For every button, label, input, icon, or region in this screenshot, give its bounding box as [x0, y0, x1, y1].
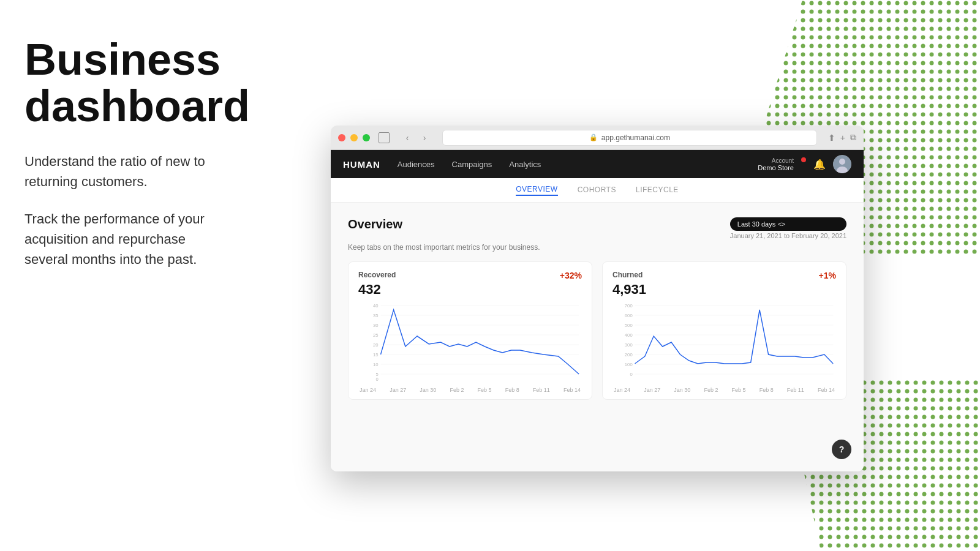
left-section: Businessdashboard Understand the ratio o…: [24, 37, 294, 287]
subtitle-2: Track the performance of youracquisition…: [24, 209, 294, 269]
svg-text:500: 500: [625, 323, 633, 328]
svg-text:20: 20: [373, 342, 379, 348]
recovered-header: Recovered +32%: [358, 271, 582, 280]
nav-campaigns[interactable]: Campaigns: [452, 160, 492, 169]
x-label: Jan 24: [360, 387, 376, 393]
churned-header: Churned +1%: [612, 271, 836, 280]
svg-text:200: 200: [625, 352, 633, 358]
recovered-value: 432: [358, 282, 582, 298]
churned-x-labels: Jan 24 Jan 27 Jan 30 Feb 2 Feb 5 Feb 8 F…: [612, 387, 836, 393]
charts-row: Recovered +32% 432 40 35: [348, 261, 846, 400]
account-name: Demo Store: [758, 164, 794, 171]
tab-cohorts[interactable]: COHORTS: [578, 186, 616, 195]
app-logo: HUMAN: [343, 159, 380, 170]
svg-text:30: 30: [373, 323, 379, 328]
forward-button[interactable]: ›: [418, 131, 431, 144]
svg-text:0: 0: [630, 372, 633, 377]
main-title: Businessdashboard: [24, 37, 294, 129]
x-label: Feb 8: [760, 387, 774, 393]
churned-label: Churned: [612, 271, 643, 279]
date-range-group: Last 30 days <> January 21, 2021 to Febr…: [730, 217, 846, 239]
svg-text:10: 10: [373, 362, 379, 367]
sub-navbar: OVERVIEW COHORTS LIFECYCLE: [331, 178, 864, 203]
overview-title: Overview: [348, 217, 402, 231]
x-label: Feb 2: [450, 387, 464, 393]
date-range-text: January 21, 2021 to February 20, 2021: [730, 232, 846, 239]
browser-chrome: ‹ › 🔒 app.gethumanai.com ⬆ + ⧉: [331, 126, 864, 150]
new-tab-button[interactable]: +: [840, 133, 845, 143]
svg-text:700: 700: [625, 303, 633, 309]
x-label: Jan 30: [420, 387, 436, 393]
churned-change: +1%: [819, 271, 836, 280]
account-label: Account: [758, 157, 794, 164]
recovered-card: Recovered +32% 432 40 35: [348, 261, 592, 400]
share-button[interactable]: ⬆: [828, 133, 835, 143]
x-label: Jan 27: [644, 387, 660, 393]
recovered-label: Recovered: [358, 271, 396, 279]
svg-text:400: 400: [625, 332, 633, 338]
lock-icon: 🔒: [589, 133, 598, 141]
recovered-x-labels: Jan 24 Jan 27 Jan 30 Feb 2 Feb 5 Feb 8 F…: [358, 387, 582, 393]
svg-text:40: 40: [373, 303, 379, 309]
svg-text:25: 25: [373, 332, 379, 338]
x-label: Feb 2: [704, 387, 718, 393]
svg-point-7: [839, 159, 845, 165]
navbar-right: Account Demo Store 🔔: [758, 155, 851, 173]
tab-overview[interactable]: OVERVIEW: [516, 185, 557, 196]
svg-text:15: 15: [373, 352, 379, 358]
app-content: Overview Last 30 days <> January 21, 202…: [331, 203, 864, 471]
window-icon: [379, 132, 390, 143]
tabs-button[interactable]: ⧉: [850, 132, 856, 143]
recovered-change: +32%: [560, 271, 582, 280]
x-label: Feb 8: [505, 387, 519, 393]
help-button[interactable]: ?: [832, 440, 851, 459]
svg-text:300: 300: [625, 342, 633, 348]
svg-text:600: 600: [625, 313, 633, 318]
overview-header: Overview Last 30 days <> January 21, 202…: [348, 217, 846, 239]
subtitle-1: Understand the ratio of new toreturning …: [24, 151, 294, 192]
x-label: Jan 27: [390, 387, 406, 393]
x-label: Jan 24: [614, 387, 630, 393]
avatar[interactable]: [833, 155, 851, 173]
overview-title-group: Overview: [348, 217, 402, 231]
x-label: Feb 11: [787, 387, 804, 393]
date-range-icon: <>: [778, 221, 785, 228]
back-button[interactable]: ‹: [401, 131, 414, 144]
svg-text:0: 0: [375, 377, 379, 382]
traffic-light-red[interactable]: [338, 134, 345, 141]
nav-analytics[interactable]: Analytics: [509, 160, 541, 169]
overview-subtitle: Keep tabs on the most important metrics …: [348, 243, 846, 252]
x-label: Feb 14: [818, 387, 835, 393]
x-label: Feb 5: [732, 387, 746, 393]
traffic-light-yellow[interactable]: [350, 134, 358, 141]
avatar-image: [833, 155, 851, 173]
navbar-left: HUMAN Audiences Campaigns Analytics: [343, 159, 541, 170]
x-label: Jan 30: [674, 387, 690, 393]
x-label: Feb 11: [533, 387, 550, 393]
address-bar[interactable]: 🔒 app.gethumanai.com: [442, 130, 817, 146]
nav-audiences[interactable]: Audiences: [398, 160, 435, 169]
svg-text:100: 100: [625, 362, 633, 367]
recovered-chart: 40 35 30 25 20 15 10 5 0: [358, 302, 582, 382]
x-label: Feb 14: [564, 387, 581, 393]
app-navbar: HUMAN Audiences Campaigns Analytics Acco…: [331, 150, 864, 178]
notification-dot: [801, 157, 806, 162]
churned-value: 4,931: [612, 282, 836, 298]
svg-text:35: 35: [373, 313, 379, 318]
date-range-button[interactable]: Last 30 days <>: [730, 217, 846, 231]
date-range-label: Last 30 days: [737, 220, 775, 228]
browser-window: ‹ › 🔒 app.gethumanai.com ⬆ + ⧉ HUMAN Aud…: [331, 126, 864, 471]
bell-icon[interactable]: 🔔: [813, 159, 826, 170]
x-label: Feb 5: [478, 387, 492, 393]
browser-actions: ⬆ + ⧉: [828, 132, 856, 143]
traffic-light-green[interactable]: [363, 134, 370, 141]
browser-nav: ‹ ›: [401, 131, 431, 144]
churned-card: Churned +1% 4,931 700 600: [602, 261, 846, 400]
churned-chart: 700 600 500 400 300 200 100 0: [612, 302, 836, 382]
address-text: app.gethumanai.com: [601, 133, 670, 142]
account-info: Account Demo Store: [758, 157, 794, 171]
tab-lifecycle[interactable]: LIFECYCLE: [636, 186, 679, 195]
help-label: ?: [839, 444, 845, 454]
